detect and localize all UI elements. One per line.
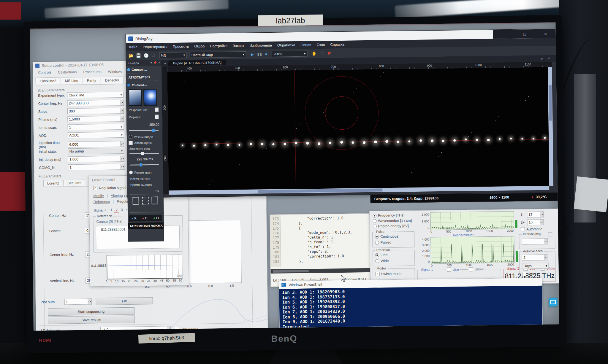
exposure-fine-slider[interactable] (129, 164, 159, 166)
pulsed-radio-row[interactable]: Pulsed (375, 240, 391, 245)
injection-time-input[interactable]: 6,000 (68, 141, 121, 147)
tab[interactable]: Parity (83, 77, 100, 84)
menu-item[interactable]: Обработка (275, 43, 298, 47)
image-icon[interactable]: 🖼 (151, 53, 155, 58)
pi-time-input[interactable]: 1,5000 (67, 116, 120, 122)
frame-type-combo[interactable]: Светлый кадр▾ (190, 51, 246, 58)
pulsed-radio[interactable] (375, 241, 379, 244)
regulation-checkbox[interactable]: ✓ (93, 186, 97, 190)
experiment-type-select[interactable]: Clock line▾ (67, 92, 124, 98)
signal1-show-row[interactable]: Show (468, 267, 484, 271)
period-select[interactable]: Days▾ (522, 263, 549, 269)
notification-bubble-icon[interactable] (549, 298, 558, 306)
tab[interactable]: Clockline2 (36, 77, 61, 85)
thumbnail-still[interactable] (129, 89, 142, 106)
photon-energy-radio[interactable] (373, 224, 377, 228)
menu-item[interactable]: Calibrations (55, 70, 80, 74)
steps-input[interactable]: 300 (67, 108, 120, 114)
tab[interactable]: Seculars (64, 180, 85, 186)
wavenumber-radio[interactable] (373, 219, 376, 223)
scroll-thumb[interactable] (258, 188, 382, 193)
pan-hand-icon[interactable]: ✋ (311, 51, 317, 56)
gain-slider[interactable] (129, 130, 159, 131)
spinner[interactable]: ▲▼ (120, 108, 124, 114)
menu-item[interactable]: Настройка (207, 44, 230, 48)
video-tab[interactable]: Видео [ATR3CMOS01700KMA] (168, 60, 227, 66)
ion-to-scan-select[interactable]: 1▾ (67, 124, 124, 130)
interval-input[interactable] (522, 239, 544, 245)
value-chip[interactable] (155, 108, 159, 112)
menu-item[interactable]: Окно (314, 43, 327, 47)
camera-list-button[interactable]: Список ... (127, 68, 147, 71)
fine-radio-row[interactable]: Fine (375, 253, 388, 257)
zoom-combo[interactable]: 200%▾ (272, 50, 307, 57)
trigger-mode-row[interactable]: Режим тригг (129, 170, 152, 174)
tab-scroll-left-icon[interactable]: ◂ (164, 61, 166, 65)
thumbnail-video[interactable] (143, 89, 157, 106)
menu-item[interactable]: Захват (230, 44, 247, 48)
signal-number[interactable]: 1 (109, 208, 114, 212)
continuous-radio[interactable] (375, 235, 379, 239)
signal-number[interactable]: 3 (120, 208, 124, 212)
save-results-button[interactable]: Save results (48, 316, 134, 324)
switch-mode-row[interactable]: ✓Switch mode (376, 272, 402, 276)
spinner[interactable]: ▲▼ (121, 156, 124, 162)
roi-select-icon[interactable] (142, 197, 148, 204)
unit-radio-row[interactable]: Frequency [THz] (373, 213, 404, 217)
snapshot-icon[interactable]: 🗔 (320, 51, 324, 56)
mode-combo[interactable]: НД▾ (159, 52, 187, 58)
slider-thumb[interactable] (152, 129, 155, 132)
minimize-button[interactable]: – (497, 32, 510, 37)
unit-radio-row[interactable]: Wavenumber [1 / cm] (373, 218, 412, 223)
scroll-thumb[interactable] (549, 85, 552, 120)
tab-scroll-right-icon[interactable]: ▸ (542, 57, 543, 61)
tab[interactable]: Deflector (101, 77, 124, 84)
capture-section-button[interactable]: Съемка... (127, 83, 147, 87)
slider-thumb[interactable] (141, 152, 144, 155)
pause-icon[interactable]: ❚❚ (257, 52, 262, 56)
terminal-body[interactable]: Ion 3, AOD 1: 198209963.0Ion 4, AOD 1: 1… (279, 286, 542, 328)
frequency-radio[interactable] (373, 214, 376, 217)
comg-n-input[interactable]: 1 (68, 164, 121, 170)
menu-item[interactable]: Справка (327, 42, 347, 47)
p-button[interactable]: ● П. (142, 216, 148, 220)
slider-thumb[interactable] (140, 163, 142, 166)
camera-view[interactable] (167, 67, 549, 191)
exposure-slider[interactable] (129, 153, 159, 154)
spinner[interactable]: ▲▼ (540, 212, 544, 217)
menu-item[interactable]: Изображение (247, 43, 275, 48)
h-scrollbar[interactable] (271, 268, 381, 274)
unit-radio-row[interactable]: Photon energy [eV] (373, 224, 409, 228)
auto-exposure-row[interactable]: Автовыдерж (129, 141, 152, 145)
tab[interactable]: Lorentz (43, 180, 63, 187)
value1-input[interactable]: 17 (527, 212, 540, 218)
aod-select[interactable]: AOD1▾ (68, 132, 124, 138)
roi-icon[interactable] (132, 197, 139, 204)
spinner[interactable]: ▲▼ (544, 239, 548, 244)
play-icon[interactable]: ▶ (251, 52, 254, 56)
maximize-button[interactable]: □ (518, 31, 531, 37)
retry-row[interactable]: Retry (522, 272, 536, 276)
spinner[interactable]: ▲▼ (544, 255, 548, 260)
open-folder-icon[interactable]: 📂 (129, 53, 134, 58)
spinner[interactable]: ▲▼ (120, 116, 124, 122)
video-mode-row[interactable]: Режим видео (129, 135, 153, 139)
retry-checkbox[interactable] (522, 272, 526, 276)
close-icon[interactable]: ✕ (158, 61, 160, 64)
editor-code[interactable]: 173 "correction": 1.0174 },175 {176 "mod… (270, 215, 380, 264)
spinner[interactable]: ▲▼ (88, 298, 92, 304)
center-freq-input[interactable]: 247 888 800 (67, 100, 120, 106)
save-icon[interactable]: 💾 (136, 53, 141, 58)
spinner[interactable]: ▲▼ (121, 164, 124, 170)
menu-item[interactable]: Windows (105, 69, 126, 74)
plot-num-input[interactable]: 1 (64, 299, 88, 305)
menu-item[interactable]: Файл (126, 45, 140, 49)
signal1-use-row[interactable]: Use (446, 267, 460, 272)
auto-exposure-checkbox[interactable] (129, 141, 133, 145)
menu-item[interactable]: Редактировать (140, 44, 170, 49)
spinner[interactable]: ▲▼ (120, 100, 124, 106)
signal1-show-checkbox[interactable] (469, 267, 473, 271)
tab[interactable]: MS Line (61, 77, 82, 84)
fine-radio[interactable] (375, 253, 379, 257)
spinner[interactable]: ▲▼ (540, 219, 544, 225)
